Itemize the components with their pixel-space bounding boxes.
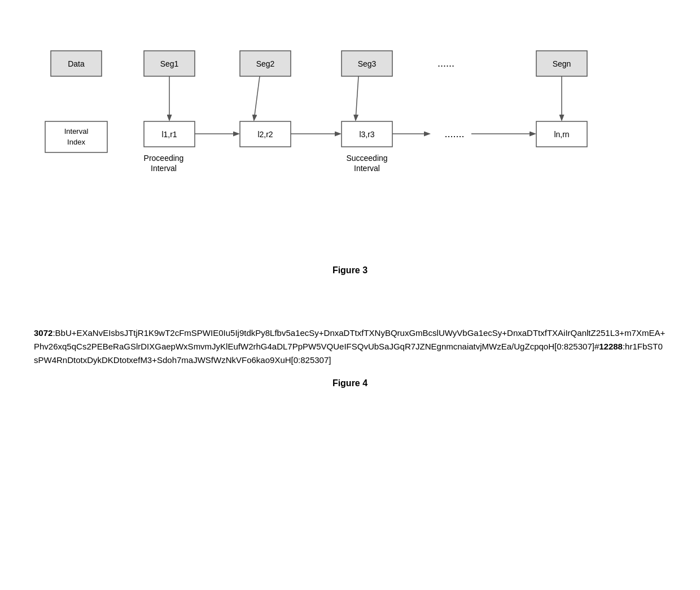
dots-top: ...... <box>438 58 454 69</box>
figure3-caption: Figure 3 <box>34 265 666 276</box>
figure4-text-middle: :BbU+EXaNvEIsbsJTtjR1K9wT2cFmSPWIE0Iu5Ij… <box>34 328 665 351</box>
i3r3-label: l3,r3 <box>359 130 374 139</box>
svg-rect-1 <box>45 121 107 152</box>
succeeding-label-1: Succeeding <box>346 154 387 163</box>
inrn-label: ln,rn <box>554 130 569 139</box>
page-container: Data Interval Index Seg1 Seg2 Seg3 .....… <box>0 0 700 590</box>
data-box-label: Data <box>68 59 85 68</box>
figure4-caption: Figure 4 <box>34 378 666 388</box>
seg3-label: Seg3 <box>358 59 377 68</box>
svg-line-12 <box>254 76 260 120</box>
seg2-label: Seg2 <box>256 59 275 68</box>
succeeding-label-2: Interval <box>354 164 380 173</box>
interval-index-label-1: Interval <box>64 127 89 136</box>
figure4-prefix-bold: 3072 <box>34 328 53 338</box>
i1r1-label: l1,r1 <box>161 130 177 139</box>
proceeding-label-2: Interval <box>151 164 177 173</box>
segn-label: Segn <box>553 59 571 68</box>
svg-line-13 <box>356 76 358 120</box>
figure4-second-bold: 12288 <box>599 342 623 351</box>
seg1-label: Seg1 <box>160 59 179 68</box>
figure3-diagram: Data Interval Index Seg1 Seg2 Seg3 .....… <box>34 23 666 260</box>
figure4-text: 3072:BbU+EXaNvEIsbsJTtjR1K9wT2cFmSPWIE0I… <box>34 326 666 367</box>
interval-index-label-2: Index <box>67 138 85 146</box>
i2r2-label: l2,r2 <box>257 130 273 139</box>
proceeding-label-1: Proceeding <box>144 154 184 163</box>
dots-mid: ....... <box>444 128 464 139</box>
